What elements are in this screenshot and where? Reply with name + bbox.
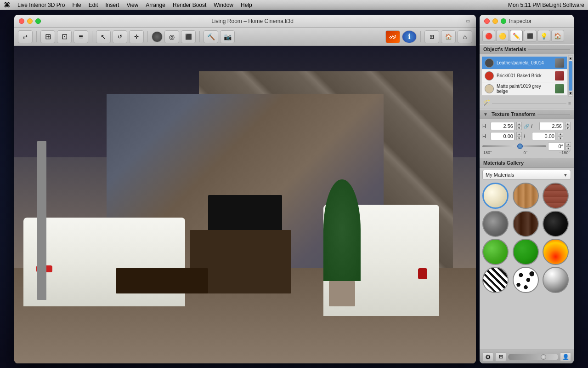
scale-y-up[interactable]: ▲	[565, 122, 571, 126]
move-tool[interactable]: ✛	[129, 30, 144, 43]
window-expand-icon[interactable]: ▭	[464, 17, 471, 25]
menu-window[interactable]: Window	[214, 2, 233, 8]
gallery-item-wood-light[interactable]	[513, 183, 539, 209]
floor-plan-btn[interactable]: ⊞	[40, 30, 55, 43]
offset-y-up[interactable]: ▲	[558, 132, 563, 136]
tab-home[interactable]: 🏠	[551, 30, 564, 42]
apple-menu[interactable]: ⌘	[4, 1, 10, 9]
menu-insert[interactable]: Insert	[105, 2, 119, 8]
material-item-2[interactable]: Brick/001 Baked Brick	[482, 69, 567, 82]
list-btn[interactable]: ≡	[74, 30, 88, 43]
scroll-down-btn[interactable]: ▼	[569, 92, 572, 95]
menu-view[interactable]: View	[126, 2, 138, 8]
offset-x-input[interactable]: 0.00	[491, 132, 514, 140]
size-slider-thumb[interactable]	[541, 354, 546, 360]
angle-input[interactable]: 0°	[548, 142, 565, 150]
tab-texture[interactable]: ✏️	[510, 30, 523, 42]
wand-icon[interactable]: 🪄	[482, 99, 490, 107]
inspector-minimize-btn[interactable]	[492, 18, 498, 24]
section-divider-3	[526, 163, 570, 163]
offset-h-label: H	[482, 133, 489, 139]
material-item-3[interactable]: Matte paint/1019 grey beige	[482, 82, 567, 95]
camera-tool[interactable]: 📷	[220, 30, 235, 43]
rotate-tool[interactable]: ↺	[113, 30, 127, 43]
angle-down[interactable]: ▼	[565, 146, 571, 150]
menu-file[interactable]: File	[72, 2, 81, 8]
angle-slider[interactable]	[482, 143, 546, 150]
offset-x-up[interactable]: ▲	[516, 132, 522, 136]
minimize-button[interactable]	[27, 18, 33, 24]
menu-app[interactable]: Live Interior 3D Pro	[17, 2, 65, 8]
menu-edit[interactable]: Edit	[89, 2, 98, 8]
view-toggle-btn[interactable]: ⊞	[495, 352, 506, 362]
inspector-titlebar: Inspector	[480, 15, 574, 28]
box-tool[interactable]: ⬛	[181, 30, 196, 43]
offset-y-stepper[interactable]: ▲ ▼	[558, 132, 563, 140]
build-tool[interactable]: 🔨	[204, 30, 218, 43]
slider-thumb[interactable]	[517, 144, 523, 149]
scale-x-stepper[interactable]: ▲ ▼	[516, 122, 522, 130]
offset-y-down[interactable]: ▼	[558, 136, 563, 140]
viewport-3d[interactable]: |||	[14, 46, 476, 363]
offset-y-input[interactable]: 0.00	[532, 132, 556, 140]
nav-back-forward-btn[interactable]: ⇄	[18, 30, 33, 43]
toolbar-sep-3	[147, 31, 148, 42]
angle-up[interactable]: ▲	[565, 142, 571, 146]
gallery-item-brick[interactable]	[543, 183, 569, 209]
gallery-item-spots[interactable]	[513, 267, 539, 293]
gallery-item-green[interactable]	[482, 239, 509, 265]
gallery-item-dark-green[interactable]	[513, 239, 539, 265]
scale-y-stepper[interactable]: ▲ ▼	[565, 122, 571, 130]
layout-btn[interactable]: ⊡	[57, 30, 72, 43]
gallery-item-zebra[interactable]	[482, 267, 509, 293]
scale-y-input[interactable]: 2.56	[539, 122, 563, 130]
view-2d-btn[interactable]: ⊞	[424, 30, 439, 43]
offset-x-down[interactable]: ▼	[516, 136, 522, 140]
gallery-item-fire[interactable]	[543, 239, 569, 265]
info-btn[interactable]: ℹ	[402, 30, 417, 43]
scroll-thumb[interactable]	[569, 61, 572, 91]
gallery-item-dark-wood[interactable]	[513, 211, 539, 237]
circle-tool[interactable]: ◎	[164, 30, 179, 43]
add-material-btn[interactable]: ⚙	[482, 352, 493, 362]
inspector-close-btn[interactable]	[484, 18, 490, 24]
view-home-btn[interactable]: ⌂	[458, 30, 472, 43]
inspector-zoom-btn[interactable]	[501, 18, 506, 24]
angle-stepper[interactable]: ▲ ▼	[565, 142, 571, 150]
scroll-up-btn[interactable]: ▲	[569, 57, 572, 60]
tab-material[interactable]: 🟡	[496, 30, 509, 42]
close-button[interactable]	[19, 18, 24, 24]
tab-light[interactable]: 💡	[537, 30, 550, 42]
materials-list: Leather/pamela_09014 Brick/001 Baked Bri…	[481, 56, 567, 96]
material-item-1[interactable]: Leather/pamela_09014	[482, 57, 567, 69]
tab-object[interactable]: 🔴	[482, 30, 495, 42]
scale-y-down[interactable]: ▼	[565, 126, 571, 130]
section-arrow[interactable]: ▼	[483, 112, 488, 117]
gallery-dropdown[interactable]: My Materials ▼	[482, 170, 571, 180]
offset-x-stepper[interactable]: ▲ ▼	[516, 132, 522, 140]
scale-x-up[interactable]: ▲	[516, 122, 522, 126]
options-icon[interactable]: ≡	[568, 101, 571, 106]
select-tool[interactable]: ↖	[96, 30, 111, 43]
scale-x-input[interactable]: 2.56	[491, 122, 514, 130]
gallery-item-concrete[interactable]	[482, 211, 509, 237]
tab-color[interactable]: ⬛	[524, 30, 537, 42]
person-icon-btn[interactable]: 👤	[560, 352, 571, 362]
sphere-tool[interactable]	[152, 31, 163, 42]
plant-pot	[329, 281, 355, 306]
menu-arrange[interactable]: Arrange	[146, 2, 165, 8]
gallery-item-metal[interactable]	[543, 267, 569, 293]
dropdown-arrow-icon: ▼	[563, 172, 568, 178]
gallery-item-cream[interactable]	[482, 183, 509, 209]
maximize-button[interactable]	[35, 18, 41, 24]
size-slider[interactable]	[508, 354, 558, 360]
gallery-item-black[interactable]	[543, 211, 569, 237]
view-3d-btn[interactable]: 🏠	[441, 30, 456, 43]
menu-render-boost[interactable]: Render Boost	[173, 2, 206, 8]
scale-x-down[interactable]: ▼	[516, 126, 522, 130]
main-window: Living Room – Home Cinema.li3d ▭ ⇄ ⊞ ⊡ ≡…	[14, 15, 476, 363]
toolbar-sep-4	[199, 31, 200, 42]
menu-help[interactable]: Help	[241, 2, 252, 8]
car-render-btn[interactable]: 🏎	[385, 30, 400, 43]
materials-scrollbar[interactable]: ▲ ▼	[568, 55, 573, 97]
